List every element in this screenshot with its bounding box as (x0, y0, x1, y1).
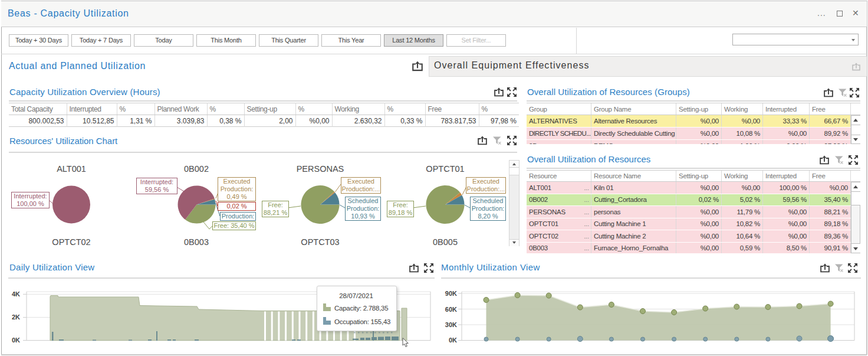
svg-text:0B005: 0B005 (433, 237, 458, 247)
svg-text:PERSONAS: PERSONAS (297, 164, 344, 174)
svg-text:OPTCT03: OPTCT03 (301, 237, 339, 247)
svg-text:0B003: 0B003 (184, 237, 209, 247)
svg-text:0B002: 0B002 (184, 164, 209, 174)
svg-text:30K: 30K (445, 321, 457, 328)
svg-text:4K: 4K (12, 290, 20, 298)
svg-text:ALT001: ALT001 (57, 164, 86, 174)
svg-text:2K: 2K (12, 313, 20, 321)
svg-text:90K: 90K (445, 290, 457, 297)
svg-text:OPTCT02: OPTCT02 (52, 237, 90, 247)
svg-text:0K: 0K (449, 337, 457, 344)
svg-text:OPTCT01: OPTCT01 (426, 164, 464, 174)
svg-text:0K: 0K (12, 337, 20, 344)
svg-text:60K: 60K (445, 306, 457, 313)
